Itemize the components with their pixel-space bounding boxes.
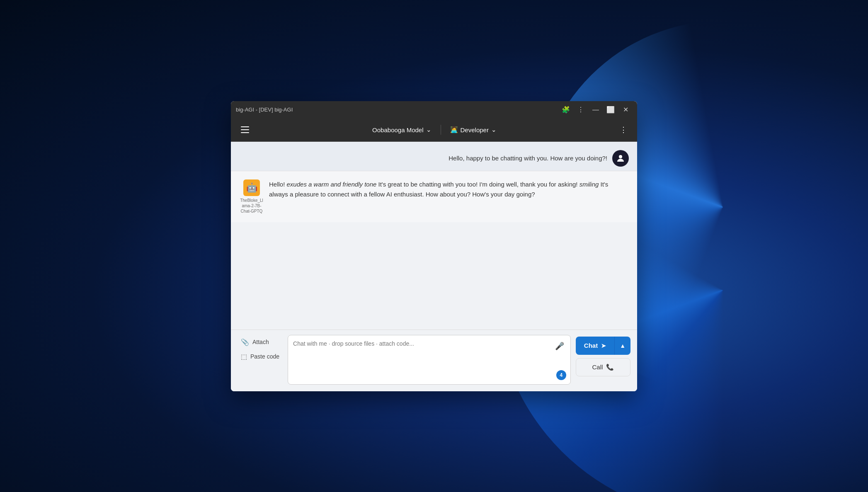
toolbar: Oobabooga Model ⌄ 🧑‍💻 Developer ⌄ ⋮ (231, 119, 637, 142)
attach-button[interactable]: 📎 Attach (238, 337, 283, 348)
ai-text-prefix: Hello! (269, 181, 287, 188)
persona-chevron-icon: ⌄ (491, 126, 497, 133)
persona-label: Developer (461, 126, 489, 133)
more-options-button[interactable]: ⋮ (574, 103, 587, 116)
mic-icon: 🎤 (555, 342, 564, 351)
vertical-dots-icon: ⋮ (577, 106, 584, 114)
user-avatar (612, 150, 629, 167)
hamburger-line-3 (241, 132, 249, 133)
attach-label: Attach (252, 339, 269, 345)
hamburger-line-1 (241, 126, 249, 127)
close-icon: ✕ (623, 106, 628, 114)
call-button[interactable]: Call 📞 (576, 358, 630, 376)
app-window: big-AGI - [DEV] big-AGI 🧩 ⋮ — ⬜ ✕ (231, 101, 637, 391)
chevron-down-icon: ⌄ (426, 126, 432, 133)
input-wrapper: 🎤 4 (288, 335, 571, 385)
user-message-content: Hello, happy to be chatting with you. Ho… (449, 150, 629, 167)
send-button[interactable]: Chat ➤ (576, 337, 614, 355)
paste-code-button[interactable]: ⬚ Paste code (238, 351, 283, 362)
menu-button[interactable] (238, 123, 252, 136)
expand-arrow-icon: ▲ (620, 342, 626, 349)
title-bar: big-AGI - [DEV] big-AGI 🧩 ⋮ — ⬜ ✕ (231, 101, 637, 119)
persona-emoji: 🧑‍💻 (450, 126, 458, 133)
input-area: 📎 Attach ⬚ Paste code 🎤 4 Chat ➤ (231, 330, 637, 391)
hamburger-line-2 (241, 129, 249, 130)
window-title: big-AGI - [DEV] big-AGI (236, 107, 559, 113)
send-area: Chat ➤ ▲ Call 📞 (576, 335, 630, 376)
paste-code-label: Paste code (250, 353, 279, 360)
attach-icon: 📎 (241, 338, 249, 346)
ai-text-italic2: smiling (579, 181, 599, 188)
puzzle-icon: 🧩 (562, 106, 570, 114)
user-message-text: Hello, happy to be chatting with you. Ho… (449, 155, 607, 162)
call-label: Call (592, 364, 603, 371)
ai-text-middle: It's great to be chatting with you too! … (376, 181, 579, 188)
paste-code-icon: ⬚ (241, 353, 247, 361)
char-count-badge: 4 (556, 370, 566, 380)
send-label: Chat (584, 342, 598, 349)
chat-input[interactable] (288, 335, 570, 384)
toolbar-center: Oobabooga Model ⌄ 🧑‍💻 Developer ⌄ (252, 124, 616, 136)
expand-send-button[interactable]: ▲ (614, 337, 630, 355)
ai-message-row: 🤖 TheBloke_Llama-2-7B-Chat-GPTQ Hello! e… (231, 171, 637, 222)
ai-message-text: Hello! exudes a warm and friendly tone I… (269, 179, 629, 199)
mic-button[interactable]: 🎤 (553, 339, 566, 353)
send-arrow-icon: ➤ (601, 342, 606, 349)
toolbar-more-button[interactable]: ⋮ (616, 122, 630, 138)
title-bar-controls: 🧩 ⋮ — ⬜ ✕ (559, 103, 632, 116)
toolbar-divider (441, 125, 441, 135)
minimize-icon: — (592, 106, 599, 114)
model-selector-button[interactable]: Oobabooga Model ⌄ (368, 124, 435, 136)
call-phone-icon: 📞 (606, 364, 614, 371)
puzzle-button[interactable]: 🧩 (559, 103, 572, 116)
model-selector-label: Oobabooga Model (372, 126, 423, 133)
ai-model-name: TheBloke_Llama-2-7B-Chat-GPTQ (239, 198, 264, 214)
dots-vertical-icon: ⋮ (620, 125, 627, 134)
persona-selector-button[interactable]: 🧑‍💻 Developer ⌄ (446, 124, 501, 136)
chat-send-row: Chat ➤ ▲ (576, 337, 630, 355)
close-button[interactable]: ✕ (619, 103, 632, 116)
svg-point-0 (619, 155, 622, 158)
maximize-button[interactable]: ⬜ (604, 103, 617, 116)
maximize-icon: ⬜ (606, 106, 615, 114)
user-message-row: Hello, happy to be chatting with you. Ho… (231, 142, 637, 171)
ai-text-italic1: exudes a warm and friendly tone (287, 181, 377, 188)
chat-area: Hello, happy to be chatting with you. Ho… (231, 142, 637, 330)
ai-avatar-block: 🤖 TheBloke_Llama-2-7B-Chat-GPTQ (239, 179, 264, 214)
ai-avatar: 🤖 (243, 179, 260, 196)
input-actions: 📎 Attach ⬚ Paste code (238, 335, 283, 362)
minimize-button[interactable]: — (589, 103, 602, 116)
